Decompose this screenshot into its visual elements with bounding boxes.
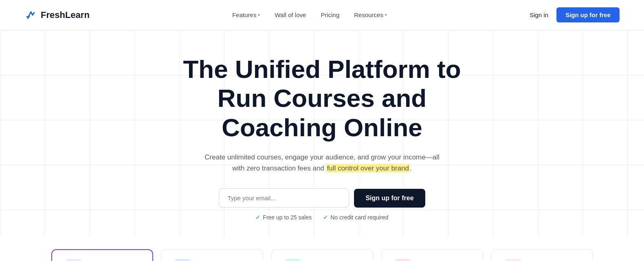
- logo-learn: Learn: [65, 10, 90, 20]
- nav-links: Features ▾ Wall of love Pricing Resource…: [232, 11, 387, 18]
- hero-content: The Unified Platform to Run Courses and …: [8, 55, 636, 221]
- feature-cards: Courses $ Memberships Emails: [0, 237, 644, 261]
- sign-in-link[interactable]: Sign in: [530, 11, 548, 18]
- nav-wall-of-love[interactable]: Wall of love: [275, 11, 306, 18]
- hero-section: The Unified Platform to Run Courses and …: [0, 30, 644, 237]
- logo-icon: [24, 9, 37, 22]
- assessments-icon: [394, 259, 412, 261]
- badge-free-sales: ✓ Free up to 25 sales: [255, 214, 312, 221]
- nav-actions: Sign in Sign up for free: [530, 7, 620, 22]
- badge-no-credit-card: ✓ No credit card required: [323, 214, 388, 221]
- check-icon-2: ✓: [323, 214, 328, 221]
- feature-card-assessments[interactable]: Assessments: [381, 249, 483, 261]
- courses-icon: [64, 259, 82, 261]
- hero-title: The Unified Platform to Run Courses and …: [163, 55, 481, 142]
- feature-card-community[interactable]: Community: [491, 249, 593, 261]
- logo[interactable]: FreshLearn: [24, 9, 90, 22]
- feature-card-memberships[interactable]: $ Memberships: [161, 249, 263, 261]
- email-input[interactable]: [219, 188, 349, 208]
- hero-signup-button[interactable]: Sign up for free: [354, 189, 425, 208]
- nav-pricing[interactable]: Pricing: [321, 11, 339, 18]
- community-icon: [504, 259, 522, 261]
- feature-card-emails[interactable]: Emails: [271, 249, 373, 261]
- memberships-icon: $: [174, 259, 192, 261]
- highlight-text: full control over your brand: [326, 164, 410, 173]
- navbar: FreshLearn Features ▾ Wall of love Prici…: [0, 0, 644, 30]
- resources-chevron: ▾: [385, 13, 387, 17]
- nav-features[interactable]: Features ▾: [232, 11, 260, 18]
- logo-text: FreshLearn: [41, 10, 90, 20]
- email-form: Sign up for free: [8, 188, 636, 208]
- logo-fresh: Fresh: [41, 10, 65, 20]
- form-badges: ✓ Free up to 25 sales ✓ No credit card r…: [8, 214, 636, 221]
- check-icon-1: ✓: [255, 214, 260, 221]
- nav-signup-button[interactable]: Sign up for free: [556, 7, 620, 22]
- features-chevron: ▾: [258, 13, 260, 17]
- feature-card-courses[interactable]: Courses: [51, 249, 153, 261]
- nav-resources[interactable]: Resources ▾: [354, 11, 387, 18]
- emails-icon: [284, 259, 302, 261]
- hero-subtitle: Create unlimited courses, engage your au…: [204, 152, 440, 174]
